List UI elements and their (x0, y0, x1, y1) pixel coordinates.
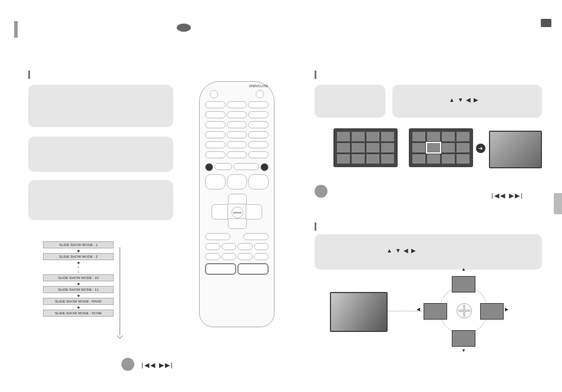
menu-button-2[interactable] (243, 233, 269, 240)
channel-rocker-2[interactable] (248, 174, 269, 190)
mode-2: SLIDE SHOW MODE : 2 (43, 253, 114, 260)
thumb (427, 154, 440, 164)
enter-button[interactable]: ENTER (232, 207, 243, 218)
thumb (337, 143, 350, 152)
digest-step-card (315, 85, 385, 118)
special-button-1[interactable] (205, 263, 236, 275)
thumb (337, 154, 350, 164)
bottom-row-1[interactable] (205, 243, 220, 250)
bottom-row-5[interactable] (205, 253, 220, 260)
ring-arrow-up-icon: ▲ (461, 267, 466, 272)
num-button-3[interactable] (248, 121, 269, 128)
num-button-1[interactable] (205, 121, 226, 128)
bottom-row-4[interactable] (254, 243, 269, 250)
left-page-tab (14, 21, 18, 38)
num-button-8[interactable] (227, 141, 247, 148)
thumb (366, 143, 379, 152)
thumb (457, 143, 470, 152)
header-bullet (177, 24, 191, 32)
thumb-selected (427, 143, 440, 152)
step-card-2 (28, 137, 173, 172)
rotate-step-card: ▲ ▼ ◀ ▶ (315, 234, 542, 270)
thumb (442, 132, 455, 141)
step-card-3 (28, 180, 173, 220)
dpad-up-button[interactable] (228, 194, 247, 204)
fullscreen-preview-thumb (489, 131, 542, 168)
rotation-ring: ▲ ▼ ◀ ▶ (439, 286, 488, 334)
bottom-row-7[interactable] (237, 253, 253, 260)
num-button-4[interactable] (205, 131, 226, 138)
thumb (381, 143, 394, 152)
volume-rocker[interactable] (205, 174, 226, 190)
thumbnail-grid-after (409, 128, 473, 167)
num-button-9[interactable] (248, 141, 269, 148)
dpad-right-button[interactable] (246, 204, 262, 220)
section-side-tab (554, 193, 562, 214)
section-bar-digest (315, 71, 316, 79)
dpad-glyphs: ▲ ▼ ◀ ▶ (449, 97, 479, 103)
skip-back-button[interactable] (205, 163, 213, 171)
thumb (381, 132, 394, 141)
open-close-label: OPEN/CLOSE (200, 84, 268, 88)
thumb (366, 154, 379, 164)
chain-arrow-icon: ◆ (40, 305, 117, 310)
section-bar-left (28, 71, 30, 79)
enter-label: ENTER (233, 211, 242, 214)
bottom-row-3[interactable] (237, 243, 253, 250)
thumb (352, 154, 365, 164)
stop-button[interactable] (214, 163, 232, 170)
source-button-2[interactable] (227, 101, 247, 108)
dpad-down-button[interactable] (228, 218, 247, 229)
thumbnail-grid-before (333, 128, 398, 167)
digest-navigate-card: ▲ ▼ ◀ ▶ (392, 85, 542, 118)
num-button-0[interactable] (227, 151, 247, 158)
cancel-button[interactable] (205, 151, 226, 158)
bottom-row-8[interactable] (254, 253, 269, 260)
mode-1: SLIDE SHOW MODE : 1 (43, 241, 114, 248)
mode-11: SLIDE SHOW MODE : 11 (43, 286, 114, 293)
num-button-6[interactable] (248, 131, 269, 138)
step-card-1 (28, 85, 173, 127)
dpad-left-button[interactable] (211, 204, 228, 220)
thumb (412, 154, 425, 164)
source-button-1[interactable] (205, 101, 226, 108)
manual-spread: { "head": {"marker": "" , "page_num": ""… (0, 0, 562, 392)
num-button-7[interactable] (205, 141, 226, 148)
bottom-row-2[interactable] (222, 243, 237, 250)
channel-rocker-1[interactable] (227, 174, 247, 190)
section-bar-rotate (315, 222, 316, 231)
num-button-2[interactable] (227, 121, 247, 128)
special-button-2[interactable] (237, 263, 269, 275)
func-button-2[interactable] (227, 111, 247, 118)
thumb (352, 132, 365, 141)
misc-button[interactable] (248, 151, 269, 158)
rotated-down-thumb (452, 330, 475, 347)
thumb (366, 132, 379, 141)
skip-fwd-button[interactable] (260, 163, 269, 171)
num-button-5[interactable] (227, 131, 247, 138)
note-bullet-left (121, 358, 134, 371)
dpad-glyphs: ▲ ▼ ◀ ▶ (386, 247, 416, 254)
bottom-row-6[interactable] (222, 253, 237, 260)
thumb (412, 132, 425, 141)
thumb (442, 154, 455, 164)
thumb (337, 132, 350, 141)
open-close-button[interactable] (256, 90, 264, 98)
source-button-3[interactable] (248, 101, 269, 108)
dpad-mini-icon (457, 303, 472, 318)
chain-arrow-icon: ◆ (40, 248, 117, 253)
play-pause-button[interactable] (233, 163, 259, 170)
slide-show-mode-chain: SLIDE SHOW MODE : 1 ◆ SLIDE SHOW MODE : … (40, 241, 117, 317)
thumb (457, 132, 470, 141)
note-bullet-digest (315, 185, 328, 198)
mode-rand: SLIDE SHOW MODE : RAND (43, 298, 114, 305)
chain-arrow-icon: ◆ (40, 281, 117, 286)
mode-chain-link (120, 247, 120, 335)
thumb (381, 154, 394, 164)
rotate-diagram: ▲ ▼ ◀ ▶ (330, 292, 388, 332)
func-button-1[interactable] (205, 111, 226, 118)
func-button-3[interactable] (248, 111, 269, 118)
thumb (442, 143, 455, 152)
power-button[interactable] (210, 90, 218, 98)
menu-button-1[interactable] (205, 233, 230, 240)
